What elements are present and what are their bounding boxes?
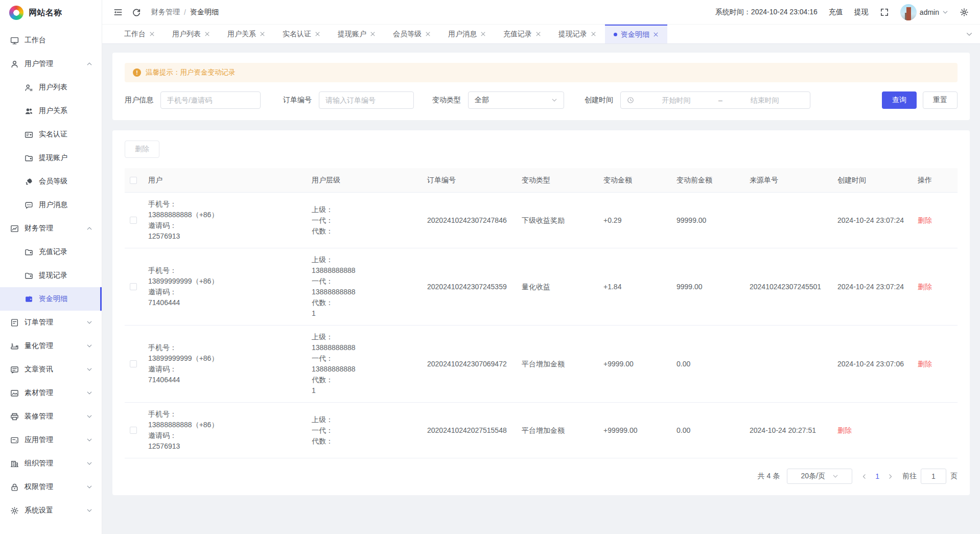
fullscreen-icon[interactable] (880, 8, 889, 17)
withdraw-link[interactable]: 提现 (854, 8, 869, 17)
sidebar-item-user-management[interactable]: 用户管理 (0, 52, 102, 76)
site-logo-icon (9, 6, 24, 20)
table-row: 手机号：13899999999（+86） 邀请码：71406444 上级：138… (125, 326, 958, 403)
sidebar-item-article-news[interactable]: 文章资讯 (0, 358, 102, 381)
sidebar-item-withdraw-accounts[interactable]: 提现账户 (0, 146, 102, 170)
order-no-input[interactable] (319, 91, 414, 109)
reset-button[interactable]: 重置 (923, 91, 958, 109)
page-size-select[interactable]: 20条/页 (787, 469, 852, 484)
sidebar-collapse-icon[interactable] (113, 8, 123, 17)
tab-close-icon[interactable] (315, 31, 320, 37)
breadcrumb-parent[interactable]: 财务管理 (151, 8, 180, 17)
warning-icon: ! (133, 68, 141, 77)
col-change-amount: 变动金额 (603, 168, 676, 192)
settings-gear-icon[interactable] (960, 8, 969, 17)
batch-delete-button[interactable]: 删除 (125, 141, 159, 158)
sidebar-item-real-name-auth[interactable]: 实名认证 (0, 123, 102, 146)
chevron-down-icon (832, 473, 838, 479)
recharge-link[interactable]: 充值 (829, 8, 843, 17)
row-checkbox[interactable] (130, 427, 137, 434)
tab-member-level[interactable]: 会员等级 (384, 25, 439, 43)
tabs-more-chevron-icon[interactable] (966, 31, 973, 38)
goto-page-input[interactable] (921, 469, 946, 484)
user-info-input[interactable] (160, 91, 261, 109)
sidebar-item-recharge-records[interactable]: 充值记录 (0, 240, 102, 264)
tab-close-icon[interactable] (535, 31, 541, 37)
row-delete-link[interactable]: 删除 (837, 426, 852, 434)
cell-before-amount: 9999.00 (676, 275, 750, 298)
row-delete-link[interactable]: 删除 (918, 283, 932, 291)
active-tab-dot (614, 33, 617, 36)
pagination-total: 共 4 条 (758, 472, 780, 481)
cell-created-at: 2024-10-24 23:07:24 (837, 209, 918, 232)
tab-withdraw-records[interactable]: 提现记录 (550, 25, 605, 43)
chevron-up-icon (86, 61, 92, 67)
sidebar-item-quant-management[interactable]: 量化管理 (0, 334, 102, 358)
cell-change-amount: +0.29 (603, 209, 676, 232)
change-type-select[interactable]: 全部 (468, 91, 564, 109)
sidebar-item-organization-management[interactable]: 组织管理 (0, 452, 102, 475)
create-time-range-picker[interactable]: – (620, 91, 810, 109)
sidebar-item-app-management[interactable]: 应用管理 (0, 428, 102, 452)
goto-label: 前往 (902, 472, 917, 481)
tab-close-icon[interactable] (653, 32, 659, 37)
sidebar-item-decoration-management[interactable]: 装修管理 (0, 405, 102, 428)
user-icon (10, 60, 19, 68)
row-checkbox[interactable] (130, 283, 137, 290)
tabs-bar: 工作台 用户列表 用户关系 实名认证 提现账户 会员等级 用户消息 充值记录 提… (102, 25, 980, 44)
chevron-down-icon (551, 97, 557, 103)
search-button[interactable]: 查询 (882, 91, 917, 109)
sidebar-item-withdraw-records[interactable]: 提现记录 (0, 264, 102, 287)
sidebar-item-fund-details[interactable]: 资金明细 (0, 287, 102, 311)
sidebar-item-user-list[interactable]: 用户列表 (0, 76, 102, 99)
tab-withdraw-accounts[interactable]: 提现账户 (329, 25, 384, 43)
sidebar-item-permission-management[interactable]: 权限管理 (0, 475, 102, 499)
row-checkbox[interactable] (130, 360, 137, 367)
select-all-checkbox[interactable] (130, 177, 137, 184)
tab-close-icon[interactable] (425, 31, 431, 37)
row-delete-link[interactable]: 删除 (918, 216, 932, 224)
cell-change-type: 平台增加金额 (522, 419, 603, 442)
current-page[interactable]: 1 (875, 472, 879, 480)
refresh-icon[interactable] (132, 8, 141, 17)
tab-fund-details[interactable]: 资金明细 (605, 25, 667, 43)
system-time: 系统时间：2024-10-24 23:04:16 (715, 8, 818, 17)
row-delete-link[interactable]: 删除 (918, 360, 932, 368)
cell-order-no: 20202410242307247846 (427, 209, 522, 232)
user-list-icon (25, 83, 33, 92)
tab-recharge-records[interactable]: 充值记录 (495, 25, 550, 43)
change-type-label: 变动类型 (432, 96, 461, 105)
sidebar-item-user-relations[interactable]: 用户关系 (0, 99, 102, 123)
sidebar-item-user-messages[interactable]: 用户消息 (0, 193, 102, 217)
tab-user-relations[interactable]: 用户关系 (219, 25, 274, 43)
tab-close-icon[interactable] (260, 31, 265, 37)
tab-close-icon[interactable] (204, 31, 210, 37)
user-menu[interactable]: admin (900, 4, 948, 20)
sidebar-item-member-level[interactable]: 会员等级 (0, 170, 102, 193)
next-page-icon[interactable] (888, 474, 893, 479)
sidebar-item-system-settings[interactable]: 系统设置 (0, 499, 102, 522)
row-checkbox[interactable] (130, 217, 137, 224)
sidebar-item-order-management[interactable]: 订单管理 (0, 311, 102, 334)
monitor-icon (10, 36, 19, 45)
tab-close-icon[interactable] (370, 31, 376, 37)
start-time-input[interactable] (637, 96, 715, 104)
tab-user-list[interactable]: 用户列表 (164, 25, 219, 43)
tab-close-icon[interactable] (480, 31, 486, 37)
tab-close-icon[interactable] (591, 31, 596, 37)
prev-page-icon[interactable] (861, 474, 867, 479)
tab-workbench[interactable]: 工作台 (115, 25, 164, 43)
tab-real-name-auth[interactable]: 实名认证 (274, 25, 329, 43)
end-time-input[interactable] (726, 96, 804, 104)
sidebar-item-workbench[interactable]: 工作台 (0, 29, 102, 52)
cell-user: 手机号：13888888888（+86） 邀请码：12576913 (148, 193, 312, 248)
sidebar-item-finance-management[interactable]: 财务管理 (0, 217, 102, 240)
chevron-down-icon (86, 460, 92, 467)
cell-order-no: 20202410242027515548 (427, 419, 522, 442)
tip-alert: ! 温馨提示：用户资金变动记录 (125, 63, 958, 82)
tab-user-messages[interactable]: 用户消息 (439, 25, 495, 43)
app-icon (10, 436, 19, 445)
tab-close-icon[interactable] (149, 31, 155, 37)
filter-card: ! 温馨提示：用户资金变动记录 用户信息 订单编号 变动类型 全部 创建时间 (112, 53, 970, 120)
sidebar-item-material-management[interactable]: 素材管理 (0, 381, 102, 405)
